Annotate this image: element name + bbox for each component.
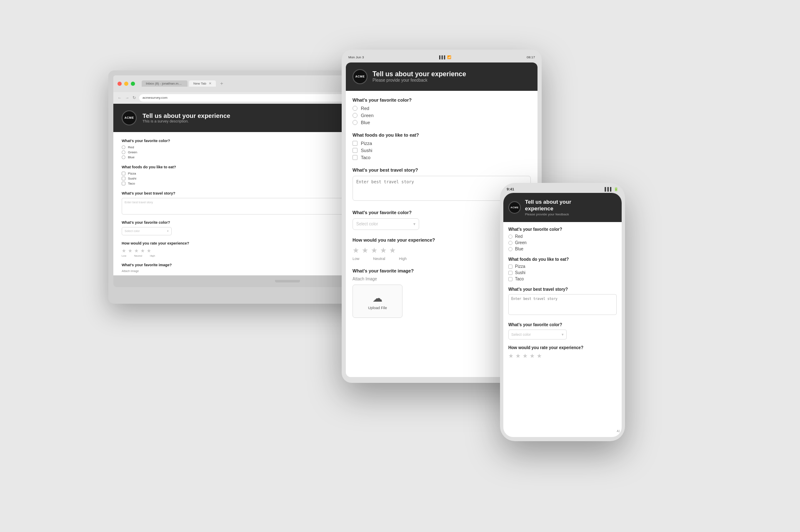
q4-label-phone: What's your favorite color? — [508, 322, 617, 327]
checkbox-icon[interactable] — [352, 155, 358, 160]
star-1-phone[interactable]: ★ — [508, 352, 514, 359]
phone-screen: ACME Tell us about yourexperience Please… — [503, 193, 622, 437]
tablet-signal: ▌▌▌ 📶 — [439, 55, 451, 59]
survey-header-phone: ACME Tell us about yourexperience Please… — [503, 193, 622, 222]
back-button[interactable]: ← — [118, 95, 122, 100]
rating-labels-tablet: Low Neutral High — [352, 257, 407, 261]
acme-logo-desktop: ACME — [122, 110, 137, 125]
laptop-notch — [275, 280, 300, 282]
browser-tabs: Inbox (8) - jonathan.martin@... ✕ New Ta… — [142, 80, 224, 87]
travel-textarea-phone[interactable] — [508, 294, 617, 315]
radio-icon[interactable] — [508, 247, 512, 251]
acme-logo-tablet: ACME — [352, 69, 368, 84]
radio-icon[interactable] — [122, 150, 125, 154]
rating-stars-phone: ★ ★ ★ ★ ★ — [508, 352, 617, 359]
survey-subtitle-desktop: This is a survey description. — [142, 119, 230, 123]
new-tab-button[interactable]: ＋ — [219, 80, 224, 87]
star-4-desktop[interactable]: ★ — [140, 248, 145, 254]
checkbox-taco-tablet[interactable]: Taco — [352, 155, 531, 160]
star-4-tablet[interactable]: ★ — [380, 246, 387, 255]
star-5-phone[interactable]: ★ — [537, 352, 542, 359]
checkbox-taco-phone[interactable]: Taco — [508, 277, 617, 281]
survey-subtitle-tablet: Please provide your feedback — [372, 78, 466, 82]
upload-cloud-icon: ☁ — [372, 292, 382, 304]
chevron-down-icon: ▾ — [562, 332, 564, 337]
rating-labels-desktop: Low Neutral High — [122, 255, 155, 257]
tablet-time: 08:17 — [527, 55, 535, 59]
question-food-tablet: What foods do you like to eat? Pizza Sus… — [352, 132, 531, 160]
star-5-tablet[interactable]: ★ — [389, 246, 396, 255]
checkbox-icon[interactable] — [352, 141, 358, 146]
question-color-radio-tablet: What's your favorite color? Red Green Bl… — [352, 97, 531, 125]
checkbox-sushi-tablet[interactable]: Sushi — [352, 148, 531, 153]
question-food-phone: What foods do you like to eat? Pizza Sus… — [508, 257, 617, 281]
window-close-button[interactable] — [118, 82, 122, 86]
radio-blue-phone[interactable]: Blue — [508, 247, 617, 251]
star-3-desktop[interactable]: ★ — [134, 248, 139, 254]
q5-label-phone: How would you rate your experience? — [508, 345, 617, 350]
phone-signal: ▌▌▌ 🔋 — [605, 187, 618, 191]
radio-icon[interactable] — [122, 145, 125, 149]
checkbox-icon[interactable] — [352, 148, 358, 153]
star-3-phone[interactable]: ★ — [522, 352, 528, 359]
star-2-tablet[interactable]: ★ — [362, 246, 368, 255]
survey-header-tablet: ACME Tell us about your experience Pleas… — [346, 62, 538, 91]
window-minimize-button[interactable] — [124, 82, 128, 86]
q3-label-phone: What's your best travel story? — [508, 287, 617, 292]
question-travel-phone: What's your best travel story? — [508, 287, 617, 317]
star-4-phone[interactable]: ★ — [530, 352, 535, 359]
radio-icon[interactable] — [352, 120, 358, 125]
checkbox-icon[interactable] — [122, 177, 125, 180]
color-select-desktop[interactable]: Select color ▾ — [122, 227, 172, 235]
radio-icon[interactable] — [508, 241, 512, 245]
tablet-date: Mon Jun 3 — [348, 55, 364, 59]
upload-box-tablet[interactable]: ☁ Upload File — [352, 285, 402, 318]
upload-label-tablet: Upload File — [368, 306, 387, 310]
star-1-desktop[interactable]: ★ — [122, 248, 126, 254]
radio-red-phone[interactable]: Red — [508, 234, 617, 239]
survey-header-text-phone: Tell us about yourexperience Please prov… — [525, 199, 571, 217]
phone-time: 9:41 — [507, 187, 514, 191]
color-select-tablet[interactable]: Select color ▾ — [352, 218, 419, 230]
checkbox-icon[interactable] — [122, 172, 125, 175]
window-maximize-button[interactable] — [131, 82, 135, 86]
radio-icon[interactable] — [122, 155, 125, 159]
q1-label-phone: What's your favorite color? — [508, 227, 617, 232]
star-2-desktop[interactable]: ★ — [128, 248, 132, 254]
survey-header-text-tablet: Tell us about your experience Please pro… — [372, 70, 466, 82]
checkbox-icon[interactable] — [508, 265, 512, 269]
phone-device: 9:41 ▌▌▌ 🔋 ACME Tell us about yourexperi… — [500, 183, 625, 441]
q3-label-tablet: What's your best travel story? — [352, 167, 531, 172]
checkbox-icon[interactable] — [122, 182, 125, 185]
q2-label-tablet: What foods do you like to eat? — [352, 132, 531, 137]
tab-close-icon[interactable]: ✕ — [209, 82, 212, 85]
browser-tab-new[interactable]: New Tab ✕ — [189, 80, 216, 87]
star-2-phone[interactable]: ★ — [515, 352, 521, 359]
star-1-tablet[interactable]: ★ — [352, 246, 359, 255]
color-select-phone[interactable]: Select color ▾ — [508, 330, 567, 340]
browser-tab-inbox[interactable]: Inbox (8) - jonathan.martin@... ✕ — [142, 80, 188, 87]
radio-green-phone[interactable]: Green — [508, 240, 617, 245]
question-color-radio-phone: What's your favorite color? Red Green Bl… — [508, 227, 617, 251]
checkbox-icon[interactable] — [508, 271, 512, 275]
radio-blue-tablet[interactable]: Blue — [352, 120, 531, 125]
chevron-down-icon: ▾ — [413, 222, 415, 226]
star-3-tablet[interactable]: ★ — [371, 246, 378, 255]
checkbox-icon[interactable] — [508, 277, 512, 281]
radio-icon[interactable] — [508, 235, 512, 239]
radio-icon[interactable] — [352, 113, 358, 118]
question-color-select-phone: What's your favorite color? Select color… — [508, 322, 617, 340]
checkbox-pizza-tablet[interactable]: Pizza — [352, 141, 531, 146]
forward-button[interactable]: → — [125, 95, 129, 100]
reload-button[interactable]: ↻ — [132, 95, 136, 100]
radio-green-tablet[interactable]: Green — [352, 113, 531, 118]
survey-title-phone: Tell us about yourexperience — [525, 199, 571, 213]
star-5-desktop[interactable]: ★ — [147, 248, 151, 254]
survey-subtitle-phone: Please provide your feedback — [525, 212, 571, 216]
radio-red-tablet[interactable]: Red — [352, 106, 531, 111]
checkbox-sushi-phone[interactable]: Sushi — [508, 270, 617, 275]
checkbox-pizza-phone[interactable]: Pizza — [508, 264, 617, 269]
radio-icon[interactable] — [352, 106, 358, 111]
acme-logo-phone: ACME — [508, 201, 521, 214]
chevron-down-icon: ▾ — [167, 230, 169, 233]
